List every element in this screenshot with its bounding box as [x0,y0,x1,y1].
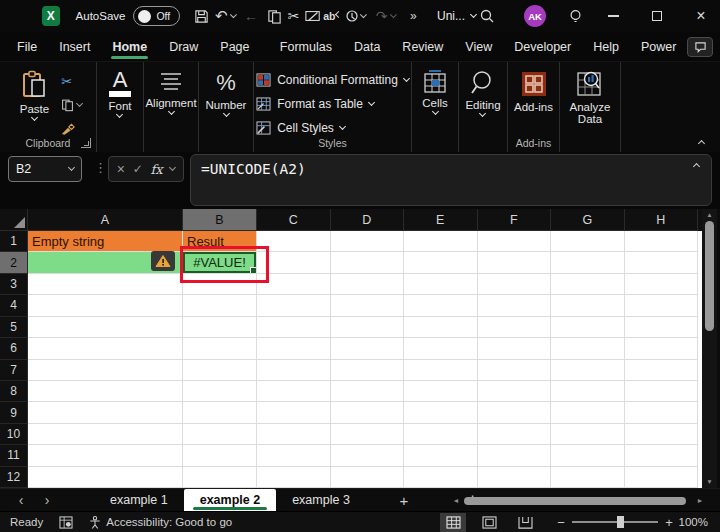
cell-G4[interactable] [551,295,625,316]
cell-C8[interactable] [257,381,331,402]
cell-C3[interactable] [257,274,331,295]
cell-C6[interactable] [257,338,331,359]
zoom-in-button[interactable]: + [660,515,678,530]
column-header-C[interactable]: C [257,209,331,231]
cell-E12[interactable] [404,467,478,488]
select-all-corner[interactable] [0,209,28,231]
cell-H4[interactable] [625,295,699,316]
cell-C4[interactable] [257,295,331,316]
cell-H5[interactable] [625,317,699,338]
cell-G7[interactable] [551,360,625,381]
vertical-scrollbar[interactable]: ▲ ▼ [702,209,717,488]
touch-mouse-mode-icon[interactable] [342,5,361,27]
save-icon[interactable] [192,5,211,27]
cell-F12[interactable] [478,467,552,488]
undo-icon[interactable]: ↶ [212,5,231,27]
cell-G3[interactable] [551,274,625,295]
cell-H11[interactable] [625,445,699,466]
cell-D7[interactable] [331,360,405,381]
cell-E9[interactable] [404,402,478,423]
row-header-11[interactable]: 11 [0,445,28,466]
menu-tab-home[interactable]: Home [101,32,158,62]
cell-H8[interactable] [625,381,699,402]
menu-tab-data[interactable]: Data [343,32,391,62]
column-header-B[interactable]: B [183,209,257,231]
cell-A8[interactable] [28,381,183,402]
sheet-tab-example-1[interactable]: example 1 [94,489,184,512]
menu-tab-power-pivot[interactable]: Power Pivot [630,32,687,62]
cell-D10[interactable] [331,424,405,445]
cell-B5[interactable] [183,317,257,338]
cell-B3[interactable] [183,274,257,295]
cell-H2[interactable] [625,252,699,273]
minimize-button[interactable] [598,0,628,32]
sheet-nav-right-icon[interactable]: › [34,492,60,508]
cut-button[interactable]: ✂ [61,72,82,90]
column-header-G[interactable]: G [551,209,625,231]
vertical-scrollbar-thumb[interactable] [705,221,714,331]
cell-B1[interactable]: Result [183,231,257,252]
cell-H12[interactable] [625,467,699,488]
cell-D6[interactable] [331,338,405,359]
menu-tab-draw[interactable]: Draw [158,32,209,62]
cell-E6[interactable] [404,338,478,359]
insert-function-icon[interactable]: fx [150,162,162,177]
cell-D9[interactable] [331,402,405,423]
cell-styles-button[interactable]: Cell Styles [256,118,409,137]
cell-C5[interactable] [257,317,331,338]
cell-F10[interactable] [478,424,552,445]
horizontal-scrollbar-thumb[interactable] [464,497,686,505]
view-normal-button[interactable] [440,513,466,532]
cell-D3[interactable] [331,274,405,295]
format-painter-button[interactable] [61,120,82,138]
name-box[interactable]: B2 [8,156,82,182]
cell-H9[interactable] [625,402,699,423]
menu-tab-file[interactable]: File [6,32,48,62]
zoom-slider[interactable] [572,521,658,523]
cell-A9[interactable] [28,402,183,423]
document-title[interactable]: Uni... [437,9,476,23]
close-button[interactable]: × [686,0,716,32]
cell-G11[interactable] [551,445,625,466]
cell-G10[interactable] [551,424,625,445]
cell-D2[interactable] [331,252,405,273]
search-icon[interactable] [476,5,498,27]
row-header-4[interactable]: 4 [0,295,28,316]
horizontal-scrollbar[interactable]: ◄ ► [450,492,706,509]
cell-F2[interactable] [478,252,552,273]
row-header-9[interactable]: 9 [0,402,28,423]
cell-D1[interactable] [331,231,405,252]
zoom-slider-thumb[interactable] [617,516,624,528]
lightbulb-icon[interactable] [564,5,586,27]
cell-B2[interactable]: #VALUE! [183,252,257,273]
cell-E10[interactable] [404,424,478,445]
cell-E11[interactable] [404,445,478,466]
row-header-2[interactable]: 2 [0,252,28,273]
cell-H3[interactable] [625,274,699,295]
zoom-out-button[interactable]: − [552,515,570,530]
cell-G9[interactable] [551,402,625,423]
row-header-3[interactable]: 3 [0,274,28,295]
cell-H7[interactable] [625,360,699,381]
column-header-F[interactable]: F [478,209,552,231]
cell-A11[interactable] [28,445,183,466]
cell-H1[interactable] [625,231,699,252]
collapse-formula-bar-chevron[interactable] [693,163,700,170]
cells-menu-button[interactable]: Cells [416,68,454,152]
cell-B11[interactable] [183,445,257,466]
picture-icon[interactable] [303,5,322,27]
cell-C12[interactable] [257,467,331,488]
cell-A3[interactable] [28,274,183,295]
menu-tab-help[interactable]: Help [582,32,630,62]
cell-B12[interactable] [183,467,257,488]
comments-button[interactable] [687,37,713,57]
row-header-10[interactable]: 10 [0,424,28,445]
cell-A6[interactable] [28,338,183,359]
cell-G12[interactable] [551,467,625,488]
row-header-6[interactable]: 6 [0,338,28,359]
scroll-left-icon[interactable]: ◄ [450,497,462,504]
excel-app-icon[interactable]: X [42,6,60,26]
error-checking-button[interactable] [151,251,175,271]
cell-B7[interactable] [183,360,257,381]
cell-A12[interactable] [28,467,183,488]
